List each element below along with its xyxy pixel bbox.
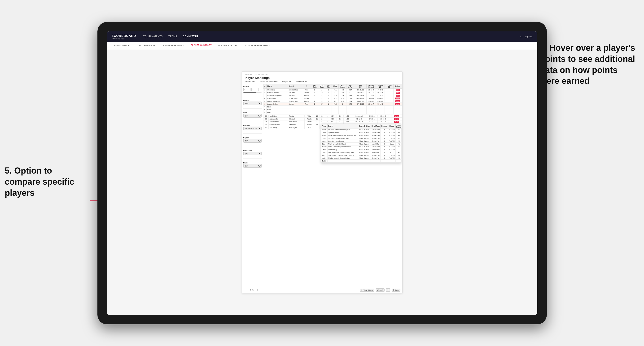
- watch-chevron: ▾: [382, 289, 383, 291]
- table-row: 5Christo LamprechtGeorgia TechFourth2212…: [263, 100, 402, 103]
- th-rank: #: [263, 84, 266, 88]
- tooltip-row: GoriltTiger InvitationalNCAA Division IS…: [321, 131, 402, 134]
- tooltip-row: Jake IThe Cypress Point ClassicNCAA Divi…: [321, 142, 402, 145]
- table-row: 1Wenyi DingArizona StateFirst115167.1-3.…: [263, 88, 402, 91]
- tooltip-popup: Player Event Event Division Event Type R…: [321, 124, 401, 163]
- bottom-undo[interactable]: ↩: [244, 289, 245, 291]
- nav-right: ◁ | Sign out: [520, 35, 532, 38]
- points-cell[interactable]: [393, 111, 402, 114]
- app-panel: Update time: 27/01/2024 16:56:26 Player …: [242, 71, 402, 293]
- conference-select[interactable]: (All): [243, 152, 262, 155]
- watch-label: Watch: [377, 289, 382, 291]
- points-cell[interactable]: 40.02: [392, 120, 402, 123]
- th-school: School: [288, 84, 302, 88]
- table-row: 4Luke ClatonFlorida StateSecond527268.2-…: [263, 97, 402, 100]
- filter-gender: Gender: Men: [245, 81, 255, 83]
- right-panel: # Player School Yr RegRank ConfRank NoRd…: [263, 84, 402, 287]
- year-select[interactable]: (All): [243, 114, 262, 118]
- tab-player-h2h-heatmap[interactable]: PLAYER H2H HEATMAP: [244, 44, 271, 47]
- points-cell[interactable]: 60.49: [393, 100, 402, 103]
- nav-committee[interactable]: COMMITTEE: [183, 35, 198, 38]
- view-original-label: View: Original: [364, 289, 373, 291]
- filter-division: Division: NCAA Division I: [259, 81, 278, 83]
- panel-header: Update time: 27/01/2024 16:56:26 Player …: [242, 72, 402, 84]
- points-cell[interactable]: 88.2: [393, 88, 402, 91]
- table-row: 22Ian GilliganFloridaThird1024168.7-0.81…: [263, 115, 402, 117]
- nav-teams[interactable]: TEAMS: [168, 35, 177, 38]
- slider-track: [243, 92, 262, 93]
- no-rds-to-input[interactable]: [252, 88, 258, 91]
- logo-title: SCOREBOARD: [112, 34, 136, 37]
- tooltip-row: Luke ISEC Match Play hosted by Jerry Pat…: [321, 151, 402, 154]
- tooltip-row: BrentWake Forest Invitational at Pinehur…: [321, 134, 402, 137]
- tooltip-row: Alex CFallen Oak Collegiate Invitational…: [321, 145, 402, 148]
- sidebar-region: Region N/A: [243, 137, 262, 143]
- tablet-screen: SCOREBOARD Powered by clippi TOURNAMENTS…: [107, 31, 537, 315]
- tooltip-th-rank: RankImpact: [396, 124, 402, 128]
- sidebar-player: Player (All): [243, 162, 262, 168]
- sidebar-division: Division NCAA Division I: [243, 125, 262, 130]
- sign-out-link[interactable]: Sign out: [524, 35, 532, 38]
- panel-filters: Gender: Men Division: NCAA Division I Re…: [245, 81, 400, 83]
- points-cell[interactable]: 70.2: [393, 94, 402, 97]
- watch-button[interactable]: Watch ▾: [376, 288, 384, 292]
- points-cell[interactable]: [393, 105, 402, 108]
- no-rds-from-input[interactable]: [243, 88, 250, 91]
- tablet-device: SCOREBOARD Powered by clippi TOURNAMENTS…: [98, 22, 547, 324]
- region-select[interactable]: N/A: [243, 139, 262, 143]
- division-select[interactable]: NCAA Division I: [243, 127, 262, 130]
- filter-conference: Conference: All: [295, 81, 307, 83]
- tab-team-h2h-grid[interactable]: TEAM H2H GRID: [136, 44, 156, 47]
- eye-icon: 👁: [361, 289, 363, 291]
- panel-title: Player Standings: [245, 76, 400, 80]
- tooltip-table: Player Event Event Division Event Type R…: [321, 124, 402, 163]
- division-label: Division: [243, 125, 262, 126]
- players-table: # Player School Yr RegRank ConfRank NoRd…: [263, 84, 402, 114]
- bottom-icon1[interactable]: ⚙: [250, 289, 251, 291]
- region-label: Region: [243, 137, 262, 139]
- tab-team-h2h-heatmap[interactable]: TEAM H2H HEATMAP: [160, 44, 185, 47]
- tooltip-th-division: Event Division: [358, 124, 371, 128]
- points-cell[interactable]: [393, 108, 402, 111]
- nav-links: TOURNAMENTS TEAMS COMMITTEE: [143, 35, 519, 38]
- bottom-redo[interactable]: ↪: [247, 289, 248, 291]
- th-yr: Yr: [302, 84, 311, 88]
- tab-team-summary[interactable]: TEAM SUMMARY: [112, 44, 132, 47]
- points-cell[interactable]: 40.58: [392, 115, 402, 117]
- table-row: 6Jackson KolsonAuburnFirst227167.5-22.72…: [263, 103, 402, 105]
- th-vs50: Vs Top50: [385, 84, 394, 88]
- table-row: 2Michael La SassoOle MissSecond118067.1-…: [263, 91, 402, 94]
- download-button[interactable]: ⬇: [386, 288, 390, 292]
- tooltip-th-player: Player: [321, 124, 328, 128]
- points-cell[interactable]: 68.94: [393, 97, 402, 100]
- points-cell[interactable]: 58.18: [393, 103, 402, 105]
- tooltip-header-row: Player Event Event Division Event Type R…: [321, 124, 402, 128]
- sidebar-conference: Conference (All): [243, 150, 262, 155]
- th-no-rds: NoRds.: [325, 84, 332, 88]
- share-button[interactable]: ⤴ Share: [392, 289, 400, 292]
- th-points: Points: [393, 84, 402, 88]
- tooltip-row: MarsAmer An IntercollegiateNCAA Division…: [321, 140, 402, 142]
- tab-player-h2h-grid[interactable]: PLAYER H2H GRID: [217, 44, 239, 47]
- player-select[interactable]: (All): [243, 164, 262, 168]
- gender-label: Gender: [243, 99, 262, 101]
- table-row: 7Nichi: [263, 105, 402, 108]
- points-cell[interactable]: 40.27: [392, 117, 402, 120]
- sidebar-no-rds: No Rds.: [243, 86, 262, 93]
- gender-select[interactable]: Men Women: [243, 102, 262, 105]
- view-original-button[interactable]: 👁 View: Original: [360, 289, 374, 292]
- table-row: 9Prestt: [263, 111, 402, 114]
- bottom-icon2[interactable]: ⧉: [252, 289, 254, 291]
- th-vs25: Vs Top25: [376, 84, 384, 88]
- sub-navigation: TEAM SUMMARY TEAM H2H GRID TEAM H2H HEAT…: [107, 42, 537, 50]
- tooltip-th-rounds: Rounds: [380, 124, 388, 128]
- tooltip-row: JacobUNCW Seahawk IntercollegiateNCAA Di…: [321, 128, 402, 131]
- th-wins: Wins: [332, 84, 338, 88]
- annotation-right-text: 4. Hover over a player's points to see a…: [540, 43, 635, 86]
- share-label: Share: [395, 289, 399, 291]
- points-cell[interactable]: 76.3: [393, 91, 402, 94]
- th-conf-rank: ConfRank: [318, 84, 325, 88]
- tab-player-summary[interactable]: PLAYER SUMMARY: [190, 44, 213, 47]
- bottom-icon3[interactable]: ⊕: [256, 289, 258, 291]
- nav-tournaments[interactable]: TOURNAMENTS: [143, 35, 163, 38]
